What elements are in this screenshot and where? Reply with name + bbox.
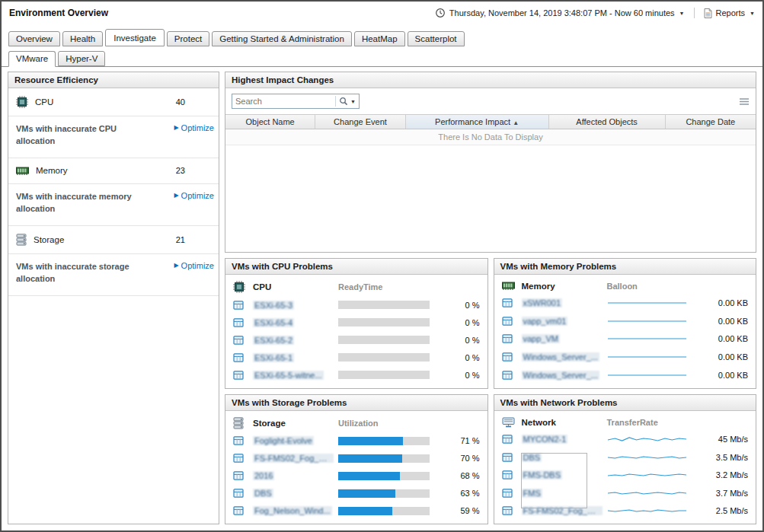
- vm-metric-value: 0 %: [436, 371, 480, 380]
- vm-metric-viz: [607, 333, 705, 345]
- vm-row-list: ESXi-65-30 %ESXi-65-40 %ESXi-65-20 %ESXi…: [225, 296, 487, 388]
- vm-name-link[interactable]: Windows_Server_...: [522, 352, 599, 362]
- vm-metric-viz: [338, 489, 436, 498]
- tab-protect[interactable]: Protect: [167, 31, 209, 46]
- vm-name-link[interactable]: DBS: [522, 453, 542, 462]
- cpu-bar: [338, 301, 430, 309]
- vm-name-link[interactable]: FS-FMS02_Fog_TF...: [253, 454, 334, 463]
- vm-name-link[interactable]: ESXi-65-1: [253, 353, 294, 362]
- storage-icon: [233, 417, 253, 429]
- tab-hyper-v[interactable]: Hyper-V: [58, 51, 105, 66]
- vm-metric-value: 3.5 Mb/s: [704, 453, 748, 462]
- column-header-change-event[interactable]: Change Event: [315, 115, 405, 129]
- vm-row: xSWR0010.00 KB: [502, 294, 749, 312]
- metric-column-label: TransferRate: [607, 418, 705, 427]
- vm-metric-viz: [607, 469, 705, 481]
- optimize-link-memory[interactable]: ▶Optimize: [174, 191, 214, 200]
- vm-row: FMS-DBS3.2 Mb/s: [502, 467, 749, 485]
- tab-health[interactable]: Health: [62, 31, 103, 46]
- metric-header-row: NetworkTransferRate: [494, 411, 756, 431]
- column-header-performance-impact[interactable]: Performance Impact ▲: [406, 115, 549, 129]
- note-text: VMs with inaccurate CPU allocation: [16, 123, 132, 148]
- vm-metric-value: 0.00 KB: [704, 334, 748, 343]
- tab-getting-started-administration[interactable]: Getting Started & Administration: [212, 31, 352, 46]
- chevron-down-icon[interactable]: ▼: [750, 11, 755, 16]
- chevron-down-icon[interactable]: ▼: [679, 11, 685, 16]
- vm-name-link[interactable]: FMS: [522, 489, 542, 498]
- vm-icon: [502, 470, 522, 480]
- metric-header-row: StorageUtilization: [225, 411, 487, 432]
- optimize-link-storage[interactable]: ▶Optimize: [174, 261, 214, 270]
- arrow-right-icon: ▶: [174, 193, 178, 199]
- chevron-down-icon[interactable]: ▼: [350, 99, 356, 104]
- vm-name-link[interactable]: ESXi-65-2: [253, 336, 294, 345]
- vm-name-link[interactable]: ESXi-65-5-witne...: [253, 371, 324, 380]
- vm-metric-value: 59 %: [436, 506, 480, 515]
- vm-name-link[interactable]: ESXi-65-4: [253, 318, 294, 327]
- sparkline: [607, 351, 687, 363]
- cpu-bar: [338, 318, 430, 327]
- column-header-object-name[interactable]: Object Name: [225, 115, 315, 129]
- vm-row-list: Foglight-Evolve71 %FS-FMS02_Fog_TF...70 …: [225, 432, 487, 524]
- vm-metric-value: 63 %: [436, 489, 480, 498]
- vm-name-link[interactable]: ESXi-65-3: [253, 301, 294, 310]
- sparkline: [607, 469, 687, 481]
- vm-name-link[interactable]: Foglight-Evolve: [253, 436, 314, 445]
- column-header-affected-objects[interactable]: Affected Objects: [549, 115, 666, 129]
- divider: [335, 96, 336, 107]
- problem-panels-grid: VMs with CPU ProblemsCPUReadyTimeESXi-65…: [225, 258, 756, 524]
- vm-metric-value: 3.7 Mb/s: [704, 489, 748, 498]
- optimize-link-cpu[interactable]: ▶Optimize: [174, 123, 214, 132]
- metric-value: 23: [176, 166, 185, 175]
- vm-icon: [233, 470, 253, 481]
- tab-investigate[interactable]: Investigate: [105, 29, 165, 46]
- tab-vmware[interactable]: VMware: [8, 51, 56, 67]
- tab-overview[interactable]: Overview: [8, 31, 60, 46]
- vm-metric-value: 0 %: [436, 336, 480, 345]
- sort-asc-icon: ▲: [513, 119, 519, 126]
- panel-title: VMs with Memory Problems: [494, 259, 756, 275]
- vm-name-link[interactable]: FMS-DBS: [522, 470, 563, 479]
- vm-name-link[interactable]: xSWR001: [522, 298, 563, 307]
- panel-title: VMs with Network Problems: [494, 395, 756, 411]
- network-icon: [502, 417, 522, 428]
- vm-name-link[interactable]: vapp_VM: [522, 334, 560, 343]
- vm-name-link[interactable]: FS-FMS02_Fog_TF...: [522, 506, 603, 515]
- reports-menu[interactable]: Reports: [716, 8, 746, 18]
- table-options-icon[interactable]: [739, 97, 750, 106]
- panel-title: Highest Impact Changes: [225, 72, 756, 88]
- vm-metric-value: 70 %: [436, 454, 480, 463]
- tab-heatmap[interactable]: HeatMap: [354, 31, 405, 46]
- vm-icon: [233, 505, 253, 516]
- vm-name-link[interactable]: Windows_Server_...: [522, 371, 599, 380]
- vm-name-link[interactable]: vapp_vm01: [522, 317, 568, 326]
- search-icon[interactable]: [339, 97, 348, 106]
- vm-row: FS-FMS02_Fog_TF...2.5 Mb/s: [502, 502, 749, 521]
- vm-name-link[interactable]: Fog_Nelson_Wind...: [253, 506, 332, 515]
- search-input[interactable]: [232, 95, 335, 107]
- vm-icon: [233, 335, 253, 346]
- vm-metric-value: 2.5 Mb/s: [704, 506, 748, 515]
- time-range-selector[interactable]: Thursday, November 14, 2019 3:48:07 PM -…: [449, 8, 675, 18]
- vm-name-link[interactable]: 2016: [253, 471, 274, 480]
- sparkline: [607, 297, 687, 309]
- vm-row: 201668 %: [233, 467, 480, 485]
- vm-row: vapp_VM0.00 KB: [502, 330, 749, 348]
- tab-scatterplot[interactable]: Scatterplot: [408, 31, 465, 46]
- metric-name: CPU: [253, 282, 338, 291]
- topbar-controls: Thursday, November 14, 2019 3:48:07 PM -…: [435, 8, 755, 18]
- column-header-change-date[interactable]: Change Date: [666, 115, 756, 129]
- re-note-cpu: VMs with inaccurate CPU allocation▶Optim…: [8, 116, 219, 158]
- panel-resource-efficiency: Resource Efficiency CPU40VMs with inaccu…: [8, 72, 219, 524]
- vm-metric-viz: [338, 507, 436, 515]
- panel-highest-impact-changes: Highest Impact Changes ▼ Object NameChan…: [225, 72, 756, 253]
- panel-memory-problems: VMs with Memory ProblemsMemoryBalloonxSW…: [494, 258, 757, 389]
- vm-name-link[interactable]: MYCON2-1: [522, 435, 568, 444]
- right-area: Highest Impact Changes ▼ Object NameChan…: [225, 72, 756, 524]
- cpu-icon: [16, 96, 28, 108]
- vm-name-link[interactable]: DBS: [253, 489, 273, 498]
- note-text: VMs with inaccurate storage allocation: [16, 261, 132, 285]
- vm-row: Windows_Server_...0.00 KB: [502, 348, 749, 366]
- divider: [694, 8, 695, 18]
- vm-icon: [233, 352, 253, 363]
